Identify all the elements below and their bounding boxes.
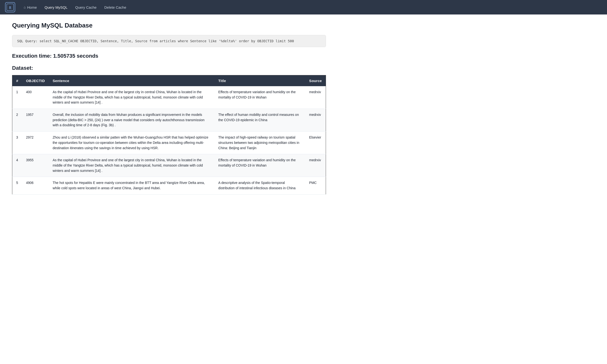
row-source: medrxiv — [305, 154, 326, 177]
row-num: 2 — [12, 109, 22, 131]
row-title: A descriptive analysis of the Spatio-tem… — [214, 177, 305, 194]
main-content: Querying MySQL Database SQL Query: selec… — [0, 14, 338, 202]
navbar: R ⌂ Home Query MySQL Query Cache Delete … — [0, 0, 607, 14]
table-row: 32972Zhou and Li (2018) observed a simil… — [12, 131, 326, 154]
row-num: 3 — [12, 131, 22, 154]
table-row: 43955As the capital of Hubei Province an… — [12, 154, 326, 177]
row-sentence: As the capital of Hubei Province and one… — [49, 154, 214, 177]
nav-delete-cache[interactable]: Delete Cache — [101, 3, 130, 11]
col-header-objectid: OBJECTID — [22, 75, 49, 86]
row-sentence: Overall, the inclusion of mobility data … — [49, 109, 214, 131]
dataset-label: Dataset: — [12, 65, 326, 71]
nav-home-label: Home — [27, 5, 37, 9]
row-objectid: 1957 — [22, 109, 49, 131]
nav-delete-cache-label: Delete Cache — [104, 5, 126, 9]
app-logo: R — [5, 2, 15, 13]
svg-text:R: R — [9, 6, 11, 10]
row-source: medrxiv — [305, 86, 326, 109]
row-title: The impact of high-speed railway on tour… — [214, 131, 305, 154]
nav-query-cache[interactable]: Query Cache — [72, 3, 100, 11]
col-header-num: # — [12, 75, 22, 86]
home-icon: ⌂ — [24, 5, 26, 9]
sql-query-box: SQL Query: select SQL_NO_CACHE OBJECTID,… — [12, 35, 326, 47]
row-objectid: 400 — [22, 86, 49, 109]
row-objectid: 3955 — [22, 154, 49, 177]
row-sentence: As the capital of Hubei Province and one… — [49, 86, 214, 109]
row-title: Effects of temperature variation and hum… — [214, 86, 305, 109]
row-source: medrxiv — [305, 109, 326, 131]
row-source: Elsevier — [305, 131, 326, 154]
table-header: # OBJECTID Sentence Title Source — [12, 75, 326, 86]
nav-links: ⌂ Home Query MySQL Query Cache Delete Ca… — [20, 3, 130, 11]
row-num: 1 — [12, 86, 22, 109]
row-sentence: Zhou and Li (2018) observed a similar pa… — [49, 131, 214, 154]
row-title: The effect of human mobility and control… — [214, 109, 305, 131]
row-num: 5 — [12, 177, 22, 194]
row-source: PMC — [305, 177, 326, 194]
results-table: # OBJECTID Sentence Title Source 1400As … — [12, 75, 326, 195]
nav-home[interactable]: ⌂ Home — [20, 3, 40, 11]
row-sentence: The hot spots for Hepatitis E were mainl… — [49, 177, 214, 194]
table-body: 1400As the capital of Hubei Province and… — [12, 86, 326, 194]
nav-query-mysql[interactable]: Query MySQL — [41, 3, 71, 11]
page-title: Querying MySQL Database — [12, 22, 326, 29]
row-objectid: 2972 — [22, 131, 49, 154]
col-header-source: Source — [305, 75, 326, 86]
execution-time: Execution time: 1.505735 seconds — [12, 53, 326, 59]
table-row: 1400As the capital of Hubei Province and… — [12, 86, 326, 109]
col-header-sentence: Sentence — [49, 75, 214, 86]
nav-query-cache-label: Query Cache — [75, 5, 97, 9]
row-title: Effects of temperature variation and hum… — [214, 154, 305, 177]
nav-query-mysql-label: Query MySQL — [44, 5, 67, 9]
row-num: 4 — [12, 154, 22, 177]
table-row: 54906The hot spots for Hepatitis E were … — [12, 177, 326, 194]
row-objectid: 4906 — [22, 177, 49, 194]
table-row: 21957Overall, the inclusion of mobility … — [12, 109, 326, 131]
col-header-title: Title — [214, 75, 305, 86]
